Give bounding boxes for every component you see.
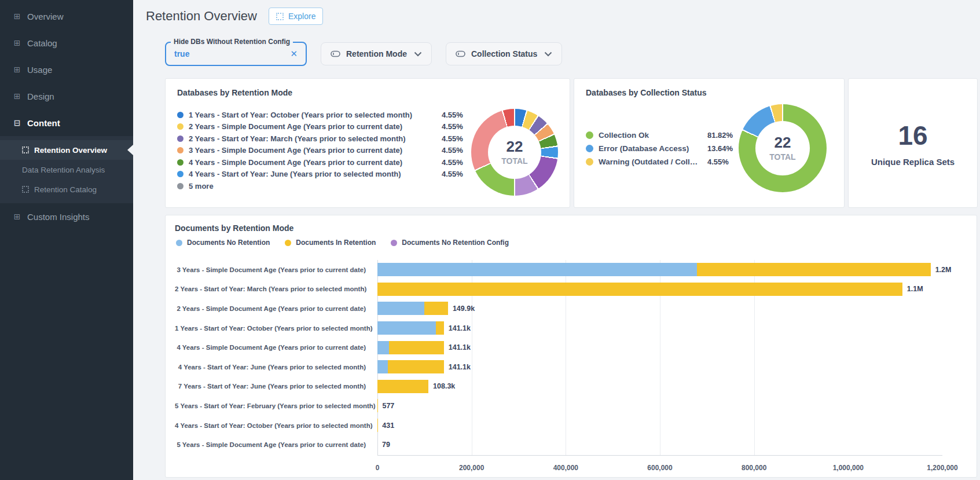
x-axis-tick: 1,000,000	[833, 464, 864, 472]
legend-label: Documents No Retention Config	[402, 239, 509, 247]
legend-item[interactable]: 3 Years - Simple Document Age (Years pri…	[177, 145, 469, 157]
bar-segment-in-retention[interactable]	[424, 302, 448, 315]
donut-total-label: TOTAL	[769, 152, 795, 162]
scatter-icon	[276, 13, 284, 20]
sidebar-item-usage[interactable]: ⊞Usage	[0, 56, 133, 83]
bar-segment-no-retention[interactable]	[377, 341, 389, 354]
explore-button-label: Explore	[288, 12, 315, 21]
collection-status-dropdown-label: Collection Status	[471, 49, 537, 58]
legend-percent: 4.55%	[442, 158, 469, 167]
sidebar-item-data-retention-analysis[interactable]: Data Retention Analysis	[0, 160, 133, 179]
bar-category-label: 1 Years - Start of Year: October (Years …	[175, 325, 372, 332]
x-axis-tick: 200,000	[459, 464, 484, 472]
legend-label: Error (Database Access)	[599, 144, 702, 153]
replica-sets-label: Unique Replica Sets	[871, 157, 955, 167]
bar-segment-no-retention[interactable]	[377, 321, 436, 335]
retention-mode-dropdown[interactable]: Retention Mode	[321, 42, 432, 65]
x-axis-tick: 0	[376, 464, 380, 472]
bar-rows: 3 Years - Simple Document Age (Years pri…	[175, 260, 967, 455]
bar-segment-no-retention[interactable]	[377, 263, 697, 276]
retention-mode-donut[interactable]: 22 TOTAL	[471, 109, 558, 196]
documents-bar-chart: 3 Years - Simple Document Age (Years pri…	[175, 260, 967, 474]
bar-segment-in-retention[interactable]	[377, 380, 428, 393]
bar-segment-no-retention[interactable]	[377, 360, 388, 373]
legend-item[interactable]: Documents In Retention	[285, 238, 376, 247]
chevron-down-icon	[544, 52, 552, 57]
bar-value-label: 79	[382, 441, 390, 449]
sidebar-item-retention-overview[interactable]: Retention Overview	[0, 140, 133, 160]
donut-center: 22 TOTAL	[755, 121, 810, 175]
clear-filter-icon[interactable]: ✕	[290, 49, 298, 59]
sidebar-item-retention-catalog[interactable]: Retention Catalog	[0, 179, 133, 199]
sidebar-item-catalog[interactable]: ⊞Catalog	[0, 30, 133, 56]
x-axis: 0200,000400,000600,000800,0001,000,0001,…	[377, 459, 942, 474]
sidebar-item-custom-insights[interactable]: ⊞Custom Insights	[0, 203, 133, 230]
stacked-bar[interactable]: 1.2M	[377, 263, 951, 276]
sidebar-item-design[interactable]: ⊞Design	[0, 83, 133, 109]
collapse-icon: ⊟	[13, 118, 21, 127]
legend-percent: 4.55%	[442, 170, 469, 178]
legend-item[interactable]: 4 Years - Start of Year: June (Years pri…	[177, 168, 469, 181]
bar-value-label: 141.1k	[449, 343, 471, 351]
stacked-bar[interactable]: 79	[377, 438, 390, 452]
collection-status-donut[interactable]: 22 TOTAL	[739, 104, 827, 192]
legend-item[interactable]: 1 Years - Start of Year: October (Years …	[177, 109, 469, 121]
legend-label: Collection Ok	[599, 131, 702, 140]
legend-dot	[177, 171, 183, 177]
stacked-bar[interactable]: 431	[377, 419, 394, 432]
bar-value-label: 1.1M	[907, 285, 923, 293]
bar-segment-in-retention[interactable]	[436, 321, 444, 335]
dashboard-icon	[22, 146, 29, 153]
bar-segment-in-retention[interactable]	[697, 263, 930, 276]
legend-item[interactable]: Warning (Outdated / Coll…4.55%	[586, 155, 735, 168]
main-content: Retention Overview Explore Hide DBs With…	[133, 0, 980, 480]
bar-row: 5 Years - Start of Year: February (Years…	[175, 396, 967, 416]
legend-percent: 13.64%	[707, 144, 735, 153]
bar-segment-in-retention[interactable]	[377, 283, 902, 296]
bar-value-label: 149.9k	[453, 305, 475, 313]
legend-item-more[interactable]: 5 more	[177, 180, 469, 192]
card-title: Databases by Collection Status	[586, 88, 832, 97]
stacked-bar[interactable]: 1.1M	[377, 283, 923, 296]
legend-item[interactable]: Documents No Retention	[176, 238, 270, 247]
stacked-bar[interactable]: 141.1k	[377, 341, 471, 354]
legend-item[interactable]: 4 Years - Simple Document Age (Years pri…	[177, 156, 469, 168]
bar-segment-no-retention[interactable]	[377, 302, 424, 315]
legend-label: 3 Years - Simple Document Age (Years pri…	[189, 146, 436, 155]
app-root: ⊞Overview⊞Catalog⊞Usage⊞Design⊟ContentRe…	[0, 0, 980, 480]
legend-item[interactable]: Error (Database Access)13.64%	[586, 142, 735, 155]
stacked-bar[interactable]: 141.1k	[377, 321, 471, 335]
explore-button[interactable]: Explore	[269, 8, 323, 25]
legend-label: 5 more	[189, 182, 469, 190]
legend-dot	[177, 159, 183, 166]
stacked-bar[interactable]: 108.3k	[377, 380, 455, 393]
legend-dot	[586, 158, 593, 166]
hide-dbs-filter-input[interactable]: Hide DBs Without Retention Config true ✕	[165, 42, 307, 66]
legend-dot	[176, 240, 182, 246]
legend-item[interactable]: 2 Years - Start of Year: March (Years pr…	[177, 133, 469, 145]
legend-percent: 4.55%	[442, 111, 469, 119]
content-submenu: Retention OverviewData Retention Analysi…	[0, 136, 133, 203]
chevron-down-icon	[414, 52, 422, 57]
legend-item[interactable]: 2 Years - Simple Document Age (Years pri…	[177, 121, 469, 133]
legend-label: Documents No Retention	[187, 239, 270, 247]
sidebar-item-content[interactable]: ⊟Content	[0, 109, 133, 136]
stacked-bar[interactable]: 141.1k	[377, 360, 471, 373]
card-title: Databases by Retention Mode	[177, 88, 558, 97]
bar-segment-in-retention[interactable]	[388, 360, 444, 373]
legend-percent: 81.82%	[707, 131, 735, 140]
expand-icon: ⊞	[13, 12, 21, 21]
legend-label: Documents In Retention	[296, 239, 376, 247]
bar-segment-in-retention[interactable]	[389, 341, 444, 354]
stacked-bar[interactable]: 577	[377, 399, 394, 412]
legend-label: 2 Years - Simple Document Age (Years pri…	[189, 122, 436, 131]
legend-label: 4 Years - Start of Year: June (Years pri…	[189, 170, 436, 178]
legend-item[interactable]: Collection Ok81.82%	[586, 129, 735, 142]
donut-total-label: TOTAL	[501, 156, 527, 166]
sidebar-item-overview[interactable]: ⊞Overview	[0, 3, 133, 30]
collection-status-dropdown[interactable]: Collection Status	[446, 42, 562, 65]
dashboard-icon	[22, 186, 29, 193]
stacked-bar[interactable]: 149.9k	[377, 302, 475, 315]
retention-mode-legend: 1 Years - Start of Year: October (Years …	[177, 109, 469, 196]
legend-item[interactable]: Documents No Retention Config	[391, 238, 509, 247]
